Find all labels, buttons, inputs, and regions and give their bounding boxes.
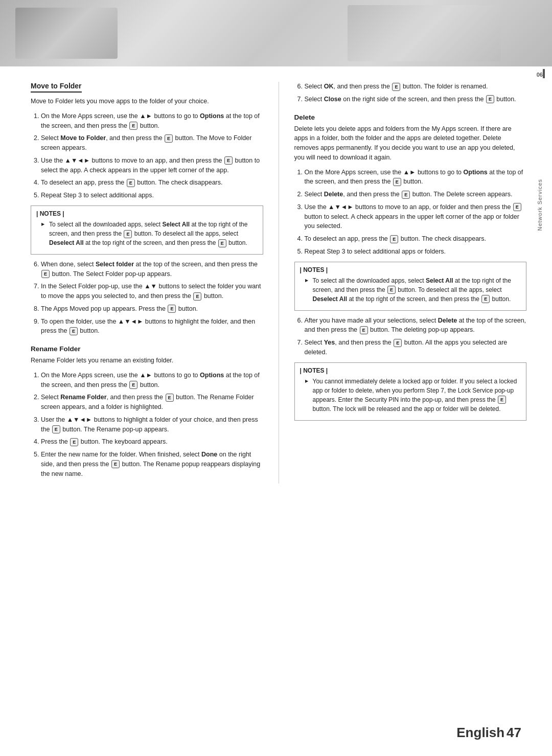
rename-folder-steps-cont: Select OK, and then press the E button. …	[294, 82, 527, 104]
delete-title: Delete	[294, 113, 527, 121]
delete-intro: Delete lets you delete apps and folders …	[294, 124, 527, 163]
step-item: Press the E button. The keyboard appears…	[41, 437, 263, 447]
delete-section: Delete Delete lets you delete apps and f…	[294, 113, 527, 421]
chapter-bar	[543, 69, 545, 78]
button-icon: E	[393, 178, 401, 186]
button-icon: E	[390, 235, 398, 243]
button-icon: E	[127, 179, 135, 187]
step-item: On the More Apps screen, use the ▲► butt…	[41, 111, 263, 131]
step-item: Select Delete, and then press the E butt…	[305, 190, 527, 199]
step-item: Select Rename Folder, and then press the…	[41, 393, 263, 412]
button-icon: E	[124, 230, 132, 238]
move-to-folder-notes: | NOTES | To select all the downloaded a…	[31, 205, 263, 255]
step-item: User the ▲▼◄► buttons to highlight a fol…	[41, 415, 263, 434]
button-icon: E	[70, 438, 78, 446]
step-item: When done, select Select folder at the t…	[41, 260, 263, 279]
footer-prefix: English	[456, 725, 504, 740]
button-icon: E	[513, 203, 521, 211]
button-icon: E	[394, 339, 402, 347]
delete-notes-2: | NOTES | You cannot immediately delete …	[294, 362, 527, 421]
button-icon: E	[193, 292, 201, 301]
page-footer: English 47	[456, 725, 521, 741]
move-to-folder-intro: Move to Folder lets you move apps to the…	[31, 97, 263, 106]
note-item: To select all the downloaded apps, selec…	[308, 276, 521, 304]
step-item: Select Close on the right side of the sc…	[305, 95, 527, 104]
button-icon: E	[360, 326, 368, 334]
button-icon: E	[224, 156, 233, 165]
notes-title: | NOTES |	[300, 266, 521, 273]
button-icon: E	[168, 305, 176, 313]
button-icon: E	[165, 134, 173, 143]
step-item: Use the ▲▼◄► buttons to move to an app, …	[41, 156, 263, 175]
notes-title: | NOTES |	[36, 210, 258, 217]
move-to-folder-section: Move to Folder Move to Folder lets you m…	[31, 82, 263, 336]
button-icon: E	[402, 191, 410, 199]
rename-folder-continued: Select OK, and then press the E button. …	[294, 82, 527, 104]
page-number: 47	[507, 725, 521, 740]
step-item: Enter the new name for the folder. When …	[41, 450, 263, 478]
move-to-folder-steps-1: On the More Apps screen, use the ▲► butt…	[31, 111, 263, 200]
button-icon: E	[498, 396, 506, 404]
button-icon: E	[129, 381, 137, 389]
delete-steps-1: On the More Apps screen, use the ▲► butt…	[294, 168, 527, 257]
move-to-folder-title: Move to Folder	[31, 82, 82, 93]
step-item: Select Yes, and then press the E button.…	[305, 338, 527, 357]
step-item: On the More Apps screen, use the ▲► butt…	[305, 168, 527, 187]
step-item: The Apps Moved pop up appears. Press the…	[41, 304, 263, 314]
step-item: Repeat Step 3 to select additional apps …	[305, 247, 527, 257]
chapter-number: 06	[537, 72, 543, 78]
button-icon: E	[166, 394, 174, 402]
rename-folder-intro: Rename Folder lets you rename an existin…	[31, 356, 263, 365]
rename-folder-title: Rename Folder	[31, 345, 263, 353]
network-services-label: Network Services	[537, 179, 543, 231]
step-item: In the Select Folder pop-up, use the ▲▼ …	[41, 282, 263, 301]
step-item: Repeat Step 3 to select additional apps.	[41, 191, 263, 200]
button-icon: E	[486, 95, 494, 103]
notes-title-2: | NOTES |	[300, 367, 521, 374]
right-column: Select OK, and then press the E button. …	[279, 82, 527, 484]
button-icon: E	[387, 286, 396, 294]
step-item: To deselect an app, press the E button. …	[41, 178, 263, 188]
step-item: On the More Apps screen, use the ▲► butt…	[41, 371, 263, 390]
button-icon: E	[392, 83, 400, 91]
note-item: To select all the downloaded apps, selec…	[44, 220, 258, 247]
button-icon: E	[111, 460, 120, 468]
step-item: After you have made all your selections,…	[305, 316, 527, 335]
button-icon: E	[52, 425, 60, 433]
step-item: Select Move to Folder, and then press th…	[41, 133, 263, 153]
step-item: Use the ▲▼◄► buttons to move to an app, …	[305, 202, 527, 231]
delete-steps-2: After you have made all your selections,…	[294, 316, 527, 357]
move-to-folder-steps-2: When done, select Select folder at the t…	[31, 260, 263, 336]
button-icon: E	[481, 295, 490, 303]
delete-notes-1: | NOTES | To select all the downloaded a…	[294, 262, 527, 311]
note-item: You cannot immediately delete a locked a…	[308, 377, 521, 414]
rename-folder-steps: On the More Apps screen, use the ▲► butt…	[31, 371, 263, 479]
header-banner	[0, 0, 552, 66]
rename-folder-section: Rename Folder Rename Folder lets you ren…	[31, 345, 263, 478]
step-item: Select OK, and then press the E button. …	[305, 82, 527, 91]
button-icon: E	[129, 122, 137, 130]
step-item: To open the folder, use the ▲▼◄► buttons…	[41, 317, 263, 336]
step-item: To deselect an app, press the E button. …	[305, 234, 527, 244]
left-column: Move to Folder Move to Folder lets you m…	[31, 82, 279, 484]
button-icon: E	[70, 327, 78, 335]
button-icon: E	[218, 239, 226, 247]
button-icon: E	[41, 270, 50, 278]
